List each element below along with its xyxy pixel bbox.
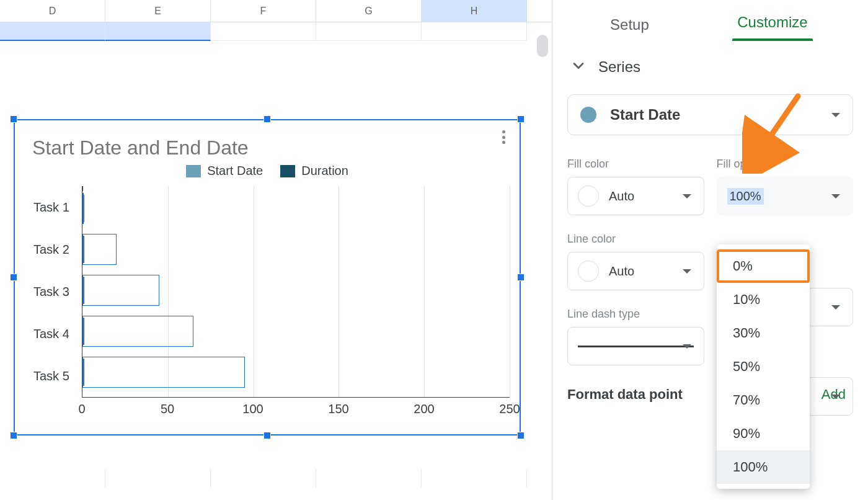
x-tick-label: 150 — [328, 402, 348, 416]
resize-handle[interactable] — [517, 274, 525, 281]
chevron-down-icon — [570, 57, 587, 77]
chart-plot-area: Task 1 Task 2 Task 3 Task 4 Task 5 05010… — [32, 186, 510, 417]
resize-handle[interactable] — [10, 432, 17, 439]
tab-customize[interactable]: Customize — [735, 9, 810, 36]
y-tick-label: Task 4 — [33, 327, 77, 341]
fill-opacity-dropdown: 0% 10% 30% 50% 70% 90% 100% — [717, 244, 810, 489]
opacity-option[interactable]: 10% — [717, 283, 810, 316]
resize-handle[interactable] — [10, 115, 17, 123]
line-dash-select[interactable] — [567, 327, 704, 365]
line-color-value: Auto — [609, 264, 634, 279]
series-selection-outline — [82, 316, 193, 347]
bar-segment-start[interactable] — [83, 318, 84, 345]
opacity-option[interactable]: 90% — [717, 417, 810, 450]
panel-tabs: Setup Customize — [567, 0, 853, 50]
bar-segment-start[interactable] — [83, 195, 84, 222]
color-swatch-icon — [578, 185, 599, 207]
cell[interactable] — [0, 22, 105, 41]
tab-setup[interactable]: Setup — [608, 11, 652, 38]
dropdown-caret-icon — [831, 395, 840, 403]
col-header-d[interactable]: D — [0, 0, 105, 22]
x-axis — [82, 397, 510, 398]
cell[interactable] — [422, 469, 527, 488]
legend-swatch — [280, 165, 295, 177]
cell[interactable] — [422, 22, 527, 41]
cell[interactable] — [211, 469, 316, 488]
chart-options-menu-icon[interactable] — [497, 128, 510, 146]
opacity-option[interactable]: 70% — [717, 383, 810, 417]
legend-duration: Duration — [280, 164, 348, 178]
series-section-header[interactable]: Series — [570, 57, 853, 77]
opacity-option[interactable]: 30% — [717, 316, 810, 350]
col-header-h[interactable]: H — [422, 0, 527, 22]
line-color-label: Line color — [567, 233, 704, 246]
legend-label: Start Date — [207, 164, 263, 178]
legend-swatch — [186, 165, 201, 177]
dropdown-caret-icon — [831, 113, 840, 122]
resize-handle[interactable] — [10, 274, 17, 281]
chart-editor-panel: Setup Customize Series Start Date Fill c… — [552, 0, 868, 500]
spreadsheet-area[interactable]: D E F G H — [0, 0, 552, 500]
line-dash-label: Line dash type — [567, 308, 704, 321]
fill-color-value: Auto — [609, 189, 634, 203]
series-selection-outline — [82, 234, 117, 265]
series-color-swatch — [580, 107, 596, 123]
col-header-e[interactable]: E — [105, 0, 211, 22]
resize-handle[interactable] — [264, 115, 271, 123]
resize-handle[interactable] — [517, 432, 525, 439]
resize-handle[interactable] — [517, 115, 525, 123]
bars-area — [82, 186, 510, 397]
x-tick-label: 50 — [161, 402, 174, 416]
opacity-option[interactable]: 100% — [717, 450, 810, 484]
col-header-g[interactable]: G — [316, 0, 422, 22]
x-tick-label: 250 — [499, 402, 520, 416]
legend-label: Duration — [301, 164, 348, 178]
dropdown-caret-icon — [683, 344, 691, 353]
bar-segment-start[interactable] — [83, 359, 84, 386]
section-title: Series — [598, 58, 640, 76]
resize-handle[interactable] — [264, 432, 271, 439]
cell[interactable] — [316, 22, 422, 41]
opacity-option[interactable]: 0% — [717, 249, 810, 283]
y-tick-label: Task 1 — [33, 200, 77, 215]
embedded-chart[interactable]: Start Date and End Date Start Date Durat… — [14, 119, 521, 435]
vertical-scrollbar-thumb[interactable] — [537, 35, 548, 57]
bar-segment-start[interactable] — [83, 277, 84, 304]
format-data-point-label: Format data point — [567, 386, 683, 403]
legend-start-date: Start Date — [186, 164, 263, 178]
y-tick-label: Task 3 — [33, 285, 77, 299]
cell[interactable] — [105, 22, 211, 41]
opacity-option[interactable]: 50% — [717, 350, 810, 383]
fill-color-label: Fill color — [567, 158, 704, 171]
x-tick-label: 200 — [414, 402, 434, 416]
fill-opacity-select[interactable]: 100% — [717, 177, 854, 215]
fill-opacity-value: 100% — [727, 188, 764, 205]
active-tab-underline — [732, 38, 813, 41]
chart-legend: Start Date Duration — [14, 164, 521, 178]
cell[interactable] — [0, 469, 105, 488]
series-selector[interactable]: Start Date — [567, 94, 853, 135]
series-selection-outline — [82, 275, 159, 306]
dropdown-caret-icon — [831, 305, 840, 314]
y-axis-labels: Task 1 Task 2 Task 3 Task 4 Task 5 — [32, 186, 77, 397]
column-headers: D E F G H — [0, 0, 552, 22]
line-color-picker[interactable]: Auto — [567, 252, 704, 290]
color-swatch-icon — [578, 261, 599, 282]
col-header-f[interactable]: F — [211, 0, 316, 22]
cell[interactable] — [105, 469, 211, 488]
cell[interactable] — [211, 22, 316, 41]
fill-color-picker[interactable]: Auto — [567, 177, 704, 215]
dropdown-caret-icon — [683, 269, 691, 278]
cell[interactable] — [316, 469, 422, 488]
dropdown-caret-icon — [683, 194, 691, 203]
series-selection-outline — [82, 357, 245, 388]
annotation-arrow-icon — [742, 93, 804, 174]
x-tick-label: 100 — [242, 402, 263, 416]
bar-segment-start[interactable] — [83, 236, 84, 263]
x-tick-label: 0 — [78, 402, 85, 416]
dropdown-caret-icon — [831, 194, 840, 203]
y-tick-label: Task 2 — [33, 243, 77, 257]
solid-line-icon — [578, 346, 694, 347]
series-name: Start Date — [610, 106, 680, 123]
y-tick-label: Task 5 — [33, 369, 77, 383]
